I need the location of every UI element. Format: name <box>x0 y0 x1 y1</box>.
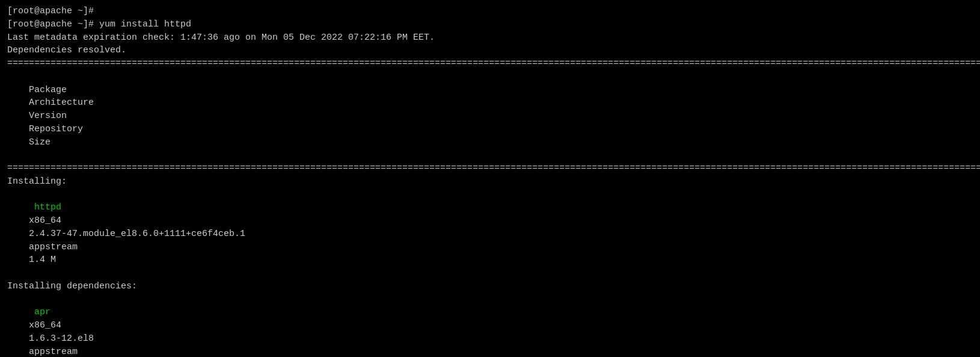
col-header-repo: Repository <box>29 123 149 136</box>
section-installing-deps: Installing dependencies: <box>7 280 973 293</box>
terminal: [root@apache ~]# [root@apache ~]# yum in… <box>7 5 973 357</box>
separator-bottom: ========================================… <box>7 162 973 175</box>
section-installing: Installing: <box>7 175 973 188</box>
pkg-name-httpd: httpd <box>29 201 185 214</box>
col-header-arch: Architecture <box>29 96 125 110</box>
deps-resolved: Dependencies resolved. <box>7 44 973 57</box>
pkg-repo-httpd: appstream <box>29 241 149 254</box>
pkg-repo-apr: appstream <box>29 346 149 358</box>
col-header-package: Package <box>29 84 185 97</box>
pkg-row-apr: apr x86_64 1.6.3-12.el8 appstream 129 k <box>7 293 973 358</box>
prompt-command: [root@apache ~]# yum install httpd <box>7 18 973 31</box>
pkg-arch-apr: x86_64 <box>29 319 125 332</box>
pkg-version-apr: 1.6.3-12.el8 <box>29 332 378 346</box>
pkg-row-httpd: httpd x86_64 2.4.37-47.module_el8.6.0+11… <box>7 188 973 280</box>
table-header: Package Architecture Version Repository … <box>7 70 973 162</box>
col-header-size: Size <box>29 136 51 149</box>
metadata-line: Last metadata expiration check: 1:47:36 … <box>7 31 973 45</box>
col-header-version: Version <box>29 110 378 123</box>
pkg-version-httpd: 2.4.37-47.module_el8.6.0+1111+ce6f4ceb.1 <box>29 228 378 241</box>
pkg-size-httpd: 1.4 M <box>29 253 56 267</box>
pkg-name-apr: apr <box>29 306 185 319</box>
separator-top: ========================================… <box>7 57 973 70</box>
prompt-empty: [root@apache ~]# <box>7 5 973 18</box>
pkg-arch-httpd: x86_64 <box>29 214 125 228</box>
